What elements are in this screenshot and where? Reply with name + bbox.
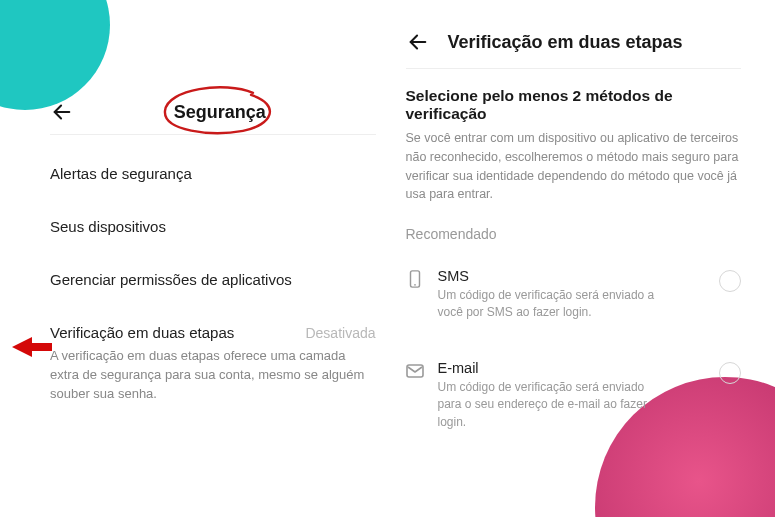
method-email-description: Um código de verificação será enviado pa… (438, 379, 668, 431)
back-icon[interactable] (406, 30, 430, 54)
annotation-arrow-icon (12, 336, 52, 358)
divider (406, 68, 742, 69)
security-alerts-item[interactable]: Alertas de segurança (50, 147, 376, 200)
page-title: Verificação em duas etapas (448, 32, 683, 53)
two-step-verification-item[interactable]: Verificação em duas etapas Desativada (50, 306, 376, 341)
your-devices-item[interactable]: Seus dispositivos (50, 200, 376, 253)
phone-icon (406, 270, 424, 288)
page-title: Segurança (174, 102, 266, 123)
section-label-recommended: Recomendado (406, 226, 742, 242)
svg-rect-5 (407, 365, 423, 377)
method-sms-title: SMS (438, 268, 706, 284)
instruction-title: Selecione pelo menos 2 métodos de verifi… (406, 87, 742, 123)
two-step-status: Desativada (305, 325, 375, 341)
method-sms-description: Um código de verificação será enviado a … (438, 287, 668, 322)
two-step-description: A verificação em duas etapas oferece uma… (50, 341, 376, 422)
instruction-body: Se você entrar com um dispositivo ou apl… (406, 129, 742, 204)
svg-marker-0 (12, 337, 52, 357)
security-screen: Segurança Alertas de segurança Seus disp… (0, 0, 388, 517)
method-sms-radio[interactable] (719, 270, 741, 292)
two-step-setup-screen: Verificação em duas etapas Selecione pel… (388, 0, 776, 517)
divider (50, 134, 376, 135)
email-icon (406, 362, 424, 380)
method-email-title: E-mail (438, 360, 706, 376)
method-email-row[interactable]: E-mail Um código de verificação será env… (406, 348, 742, 457)
method-sms-row[interactable]: SMS Um código de verificação será enviad… (406, 256, 742, 348)
method-email-radio[interactable] (719, 362, 741, 384)
two-step-label: Verificação em duas etapas (50, 324, 234, 341)
manage-app-permissions-item[interactable]: Gerenciar permissões de aplicativos (50, 253, 376, 306)
